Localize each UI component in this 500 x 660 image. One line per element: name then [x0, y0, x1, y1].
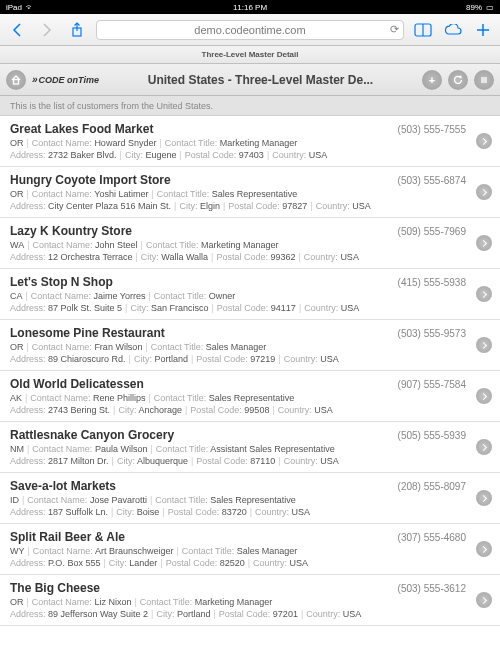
logo-arrow-icon: » — [32, 74, 38, 85]
device-label: iPad — [6, 3, 22, 12]
chevron-right-icon[interactable] — [476, 235, 492, 251]
customer-meta-line-2: Address: 12 Orchestra Terrace|City: Wall… — [10, 252, 466, 262]
customer-meta-line-1: OR|Contact Name: Fran Wilson|Contact Tit… — [10, 342, 466, 352]
clock: 11:16 PM — [0, 3, 500, 12]
customer-name: Let's Stop N Shop — [10, 275, 113, 289]
back-button[interactable] — [6, 19, 28, 41]
customer-phone: (509) 555-7969 — [398, 226, 466, 237]
customer-row[interactable]: Rattlesnake Canyon Grocery(505) 555-5939… — [0, 422, 500, 473]
customer-phone: (505) 555-5939 — [398, 430, 466, 441]
tab-title: Three-Level Master Detail — [0, 46, 500, 64]
refresh-icon[interactable]: ⟳ — [390, 23, 399, 36]
customer-row[interactable]: Split Rail Beer & Ale(307) 555-4680WY|Co… — [0, 524, 500, 575]
customer-phone: (415) 555-5938 — [398, 277, 466, 288]
chevron-right-icon[interactable] — [476, 286, 492, 302]
customer-name: Hungry Coyote Import Store — [10, 173, 171, 187]
customer-phone: (503) 555-9573 — [398, 328, 466, 339]
share-button[interactable] — [66, 19, 88, 41]
ios-status-bar: iPad ᯤ 11:16 PM 89% ▭ — [0, 0, 500, 14]
customer-meta-line-1: WA|Contact Name: John Steel|Contact Titl… — [10, 240, 466, 250]
customer-row[interactable]: Lonesome Pine Restaurant(503) 555-9573OR… — [0, 320, 500, 371]
chevron-right-icon[interactable] — [476, 490, 492, 506]
customer-meta-line-1: ID|Contact Name: Jose Pavarotti|Contact … — [10, 495, 466, 505]
customer-row[interactable]: Hungry Coyote Import Store(503) 555-6874… — [0, 167, 500, 218]
customer-phone: (503) 555-3612 — [398, 583, 466, 594]
customer-phone: (907) 555-7584 — [398, 379, 466, 390]
customer-row[interactable]: Great Lakes Food Market(503) 555-7555OR|… — [0, 116, 500, 167]
customer-meta-line-1: WY|Contact Name: Art Braunschweiger|Cont… — [10, 546, 466, 556]
customer-name: Old World Delicatessen — [10, 377, 144, 391]
customer-name: Lonesome Pine Restaurant — [10, 326, 165, 340]
logo-text: CODE onTime — [39, 75, 99, 85]
customer-row[interactable]: The Big Cheese(503) 555-3612OR|Contact N… — [0, 575, 500, 626]
menu-button[interactable] — [474, 70, 494, 90]
add-button[interactable]: + — [422, 70, 442, 90]
customer-row[interactable]: Let's Stop N Shop(415) 555-5938CA|Contac… — [0, 269, 500, 320]
customer-row[interactable]: Old World Delicatessen(907) 555-7584AK|C… — [0, 371, 500, 422]
forward-button[interactable] — [36, 19, 58, 41]
customer-meta-line-1: CA|Contact Name: Jaime Yorres|Contact Ti… — [10, 291, 466, 301]
chevron-right-icon[interactable] — [476, 541, 492, 557]
customer-phone: (307) 555-4680 — [398, 532, 466, 543]
chevron-right-icon[interactable] — [476, 133, 492, 149]
icloud-tabs-button[interactable] — [442, 19, 464, 41]
customer-meta-line-2: Address: P.O. Box 555|City: Lander|Posta… — [10, 558, 466, 568]
list-description: This is the list of customers from the U… — [0, 96, 500, 116]
customer-phone: (503) 555-6874 — [398, 175, 466, 186]
chevron-right-icon[interactable] — [476, 184, 492, 200]
customer-name: Great Lakes Food Market — [10, 122, 153, 136]
url-text: demo.codeontime.com — [194, 24, 305, 36]
customer-phone: (208) 555-8097 — [398, 481, 466, 492]
customer-meta-line-1: OR|Contact Name: Liz Nixon|Contact Title… — [10, 597, 466, 607]
customer-meta-line-2: Address: City Center Plaza 516 Main St.|… — [10, 201, 466, 211]
refresh-app-button[interactable] — [448, 70, 468, 90]
new-tab-button[interactable] — [472, 19, 494, 41]
customer-meta-line-2: Address: 2743 Bering St.|City: Anchorage… — [10, 405, 466, 415]
customer-meta-line-2: Address: 2732 Baker Blvd.|City: Eugene|P… — [10, 150, 466, 160]
battery-icon: ▭ — [486, 3, 494, 12]
chevron-right-icon[interactable] — [476, 337, 492, 353]
wifi-icon: ᯤ — [26, 3, 34, 12]
reader-button[interactable] — [412, 19, 434, 41]
safari-toolbar: demo.codeontime.com ⟳ — [0, 14, 500, 46]
url-bar[interactable]: demo.codeontime.com ⟳ — [96, 20, 404, 40]
customer-name: Rattlesnake Canyon Grocery — [10, 428, 174, 442]
customer-meta-line-2: Address: 87 Polk St. Suite 5|City: San F… — [10, 303, 466, 313]
battery-percent: 89% — [466, 3, 482, 12]
customer-phone: (503) 555-7555 — [398, 124, 466, 135]
app-header: » CODE onTime United States - Three-Leve… — [0, 64, 500, 96]
customer-meta-line-2: Address: 89 Jefferson Way Suite 2|City: … — [10, 609, 466, 619]
home-button[interactable] — [6, 70, 26, 90]
svg-rect-6 — [14, 79, 19, 84]
customer-name: Split Rail Beer & Ale — [10, 530, 125, 544]
chevron-right-icon[interactable] — [476, 439, 492, 455]
customer-meta-line-1: OR|Contact Name: Howard Snyder|Contact T… — [10, 138, 466, 148]
customer-list[interactable]: Great Lakes Food Market(503) 555-7555OR|… — [0, 116, 500, 660]
customer-meta-line-2: Address: 89 Chiaroscuro Rd.|City: Portla… — [10, 354, 466, 364]
app-logo: » CODE onTime — [32, 74, 99, 85]
customer-name: Lazy K Kountry Store — [10, 224, 132, 238]
customer-meta-line-1: AK|Contact Name: Rene Phillips|Contact T… — [10, 393, 466, 403]
customer-name: Save-a-lot Markets — [10, 479, 116, 493]
customer-row[interactable]: Save-a-lot Markets(208) 555-8097ID|Conta… — [0, 473, 500, 524]
customer-row[interactable]: Lazy K Kountry Store(509) 555-7969WA|Con… — [0, 218, 500, 269]
customer-meta-line-1: OR|Contact Name: Yoshi Latimer|Contact T… — [10, 189, 466, 199]
customer-name: The Big Cheese — [10, 581, 100, 595]
customer-meta-line-2: Address: 187 Suffolk Ln.|City: Boise|Pos… — [10, 507, 466, 517]
page-title: United States - Three-Level Master De... — [105, 73, 416, 87]
customer-meta-line-1: NM|Contact Name: Paula Wilson|Contact Ti… — [10, 444, 466, 454]
customer-meta-line-2: Address: 2817 Milton Dr.|City: Albuquerq… — [10, 456, 466, 466]
chevron-right-icon[interactable] — [476, 592, 492, 608]
chevron-right-icon[interactable] — [476, 388, 492, 404]
